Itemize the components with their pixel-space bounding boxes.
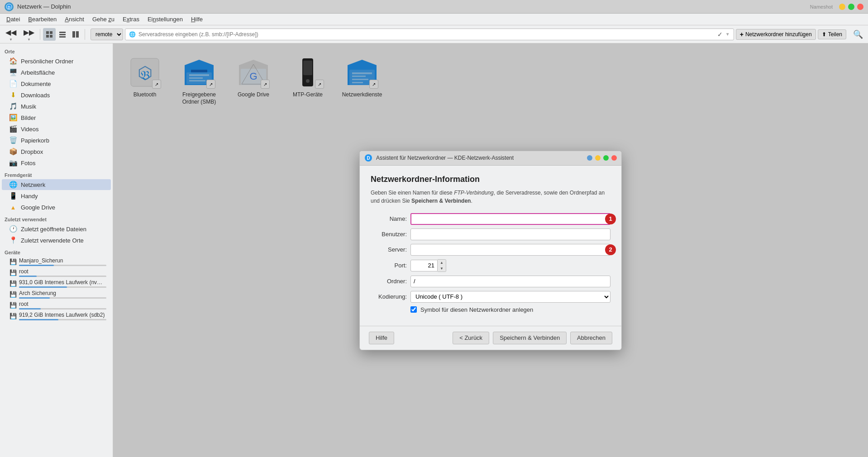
dialog-app-icon: D [364, 154, 372, 162]
svg-rect-8 [59, 36, 66, 38]
hilfe-button[interactable]: Hilfe [369, 332, 394, 344]
dialog-footer-right: < Zurück Speichern & Verbinden Abbrechen [453, 332, 612, 344]
device-icon-1: 💾 [9, 269, 17, 277]
sidebar-item-handy[interactable]: 📱 Handy [2, 190, 111, 201]
sidebar-item-music[interactable]: 🎵 Musik [2, 101, 111, 112]
device-item-4[interactable]: 💾 root [2, 300, 111, 310]
search-button[interactable]: 🔍 [851, 27, 865, 42]
dialog-maximize-button[interactable] [603, 155, 609, 161]
sidebar-item-photos[interactable]: 📷 Fotos [2, 157, 111, 168]
address-confirm-button[interactable]: ✓ [717, 31, 723, 38]
form-row-ordner: Ordner: [371, 276, 610, 287]
form-row-name: Name: 1 [371, 213, 610, 225]
location-dropdown[interactable]: remote [91, 29, 123, 40]
sidebar-item-gdrive[interactable]: ▲ Google Drive [2, 202, 111, 213]
sidebar-item-recent-files[interactable]: 🕐 Zuletzt geöffnete Dateien [2, 224, 111, 234]
sidebar-item-trash[interactable]: 🗑️ Papierkorb [2, 135, 111, 146]
back-button[interactable]: ◀◀ [3, 27, 19, 38]
sidebar-item-documents[interactable]: 📄 Dokumente [2, 78, 111, 89]
view-details-btn[interactable] [56, 28, 69, 41]
dialog-btn-blue[interactable] [587, 155, 592, 161]
minimize-button[interactable] [839, 4, 845, 10]
toolbar: ◀◀ ▼ ▶▶ ▼ [0, 25, 868, 43]
trash-icon: 🗑️ [9, 136, 17, 144]
sidebar-item-home[interactable]: 🏠 Persönlicher Ordner [2, 56, 111, 67]
menu-bearbeiten[interactable]: Bearbeiten [24, 15, 60, 24]
zurueck-button[interactable]: < Zurück [453, 332, 489, 344]
device-item-2[interactable]: 💾 931,0 GiB Internes Laufwerk (nvme0n1p2… [2, 278, 111, 289]
kodierung-select[interactable]: Unicode ( UTF-8 ) UTF-8 ISO-8859-1 ASCII [410, 291, 610, 303]
toolbar-separator-2 [85, 29, 85, 40]
dialog-close-button[interactable] [611, 155, 617, 161]
sidebar-section-orte: Orte [0, 45, 113, 55]
name-input[interactable] [410, 213, 610, 225]
downloads-icon: ⬇ [9, 91, 17, 99]
server-input[interactable] [410, 244, 610, 256]
view-split-btn[interactable] [69, 28, 82, 41]
app-icon: D [5, 2, 14, 11]
share-icon: ⬆ [822, 31, 826, 38]
sidebar-item-videos[interactable]: 🎬 Videos [2, 124, 111, 134]
address-input[interactable] [138, 31, 715, 38]
device-item-5[interactable]: 💾 919,2 GiB Internes Laufwerk (sdb2) [2, 311, 111, 321]
menu-gehzu[interactable]: Gehe zu [89, 15, 118, 24]
sidebar-item-documents-label: Dokumente [21, 81, 51, 87]
step-badge-2: 2 [605, 244, 616, 255]
maximize-button[interactable] [848, 4, 854, 10]
device-bar-1 [19, 276, 106, 277]
desktop-icon: 🖥️ [9, 68, 17, 76]
menu-einstellungen[interactable]: Einstellungen [144, 15, 186, 24]
device-item-1[interactable]: 💾 root [2, 267, 111, 278]
device-name-4: root [19, 301, 106, 307]
sidebar-item-handy-label: Handy [21, 193, 38, 200]
share-button[interactable]: ⬆ Teilen [818, 29, 846, 39]
dialog-footer-left: Hilfe [369, 332, 394, 344]
sidebar-item-downloads[interactable]: ⬇ Downloads [2, 90, 111, 100]
sidebar-item-dropbox-label: Dropbox [21, 148, 43, 155]
menu-datei[interactable]: Datei [3, 15, 24, 24]
dialog-heading: Netzwerkordner-Information [371, 175, 610, 184]
sidebar-item-netzwerk-label: Netzwerk [21, 181, 45, 188]
name-label: Name: [371, 215, 407, 222]
sidebar-item-dropbox[interactable]: 📦 Dropbox [2, 146, 111, 157]
svg-rect-9 [72, 31, 75, 38]
view-icons-btn[interactable] [43, 28, 56, 41]
device-icon-2: 💾 [9, 280, 17, 288]
device-item-0[interactable]: 💾 Manjaro_Sicherun [2, 257, 111, 267]
dialog-titlebar: D Assistent für Netzwerkordner — KDE-Net… [360, 151, 621, 166]
address-icon: 🌐 [129, 31, 136, 38]
close-button[interactable] [857, 4, 863, 10]
view-toggle-group [43, 28, 82, 41]
benutzer-label: Benutzer: [371, 231, 407, 238]
sidebar-item-desktop[interactable]: 🖥️ Arbeitsfläche [2, 67, 111, 78]
menu-extras[interactable]: Extras [119, 15, 143, 24]
add-network-folder-label: Netzwerkordner hinzufügen [745, 31, 812, 38]
forward-button[interactable]: ▶▶ [21, 27, 37, 38]
device-item-3[interactable]: 💾 Arch Sicherung [2, 289, 111, 300]
benutzer-input[interactable] [410, 228, 610, 240]
speichern-verbinden-button[interactable]: Speichern & Verbinden [493, 332, 567, 344]
menu-ansicht[interactable]: Ansicht [61, 15, 88, 24]
port-spin-up[interactable]: ▲ [438, 260, 446, 266]
handy-icon: 📱 [9, 192, 17, 200]
port-spin-down[interactable]: ▼ [438, 266, 446, 271]
port-spinner: ▲ ▼ [438, 259, 446, 272]
svg-text:D: D [367, 156, 370, 161]
ordner-input[interactable] [410, 276, 610, 287]
device-bar-3 [19, 297, 106, 299]
symbol-checkbox[interactable] [410, 306, 417, 313]
svg-rect-10 [76, 31, 79, 38]
recent-places-icon: 📍 [9, 236, 17, 244]
sidebar-item-recent-places[interactable]: 📍 Zuletzt verwendete Orte [2, 235, 111, 246]
add-network-folder-button[interactable]: + Netzwerkordner hinzufügen [736, 29, 816, 40]
sidebar-item-images[interactable]: 🖼️ Bilder [2, 112, 111, 123]
abbrechen-button[interactable]: Abbrechen [570, 332, 612, 344]
sidebar-item-desktop-label: Arbeitsfläche [21, 69, 55, 76]
port-input[interactable] [410, 260, 438, 271]
sidebar-item-netzwerk[interactable]: 🌐 Netzwerk [2, 179, 111, 190]
forward-arrow-row: ▼ [27, 38, 31, 42]
window-title: Netzwerk — Dolphin [17, 3, 71, 10]
dialog-minimize-button[interactable] [595, 155, 601, 161]
menu-hilfe[interactable]: Hilfe [187, 15, 206, 24]
ordner-label: Ordner: [371, 278, 407, 285]
